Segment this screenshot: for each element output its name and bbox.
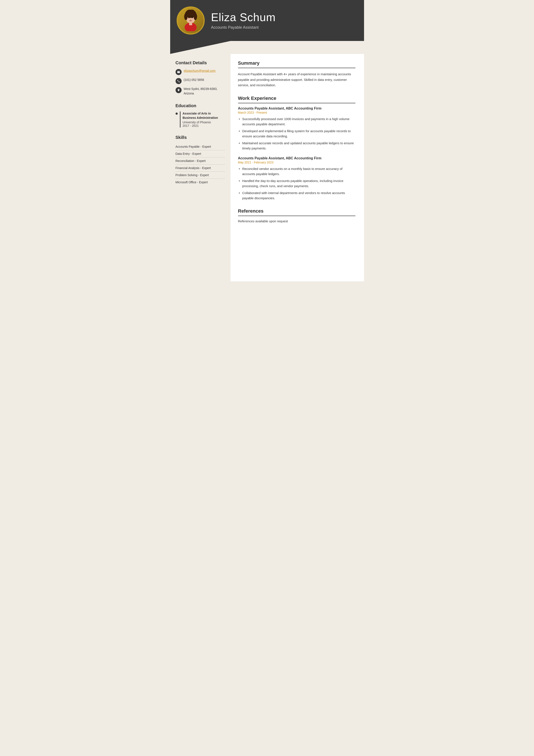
references-title: References [238, 208, 355, 216]
main-panel: Summary Account Payable Assistant with 4… [231, 54, 364, 282]
skill-item: Accounts Payable - Expert [176, 143, 225, 150]
svg-point-8 [192, 17, 193, 18]
edu-school: University of Phoenix [183, 121, 225, 124]
references-text: References available upon request [238, 219, 355, 223]
job-title: Accounts Payable Assistant, ABC Accounti… [238, 156, 355, 160]
skill-item: Reconciliation - Expert [176, 157, 225, 165]
candidate-name: Eliza Schum [211, 11, 276, 23]
location-icon [176, 87, 182, 93]
svg-point-4 [194, 13, 197, 20]
resume-container: Eliza Schum Accounts Payable Assistant C… [170, 0, 364, 282]
jobs-list: Accounts Payable Assistant, ABC Accounti… [238, 107, 355, 201]
svg-point-9 [190, 19, 191, 20]
svg-point-7 [188, 17, 190, 18]
phone-icon [176, 78, 182, 84]
job-bullet: Maintained accurate records and updated … [238, 141, 355, 151]
sidebar: Contact Details elizaschum@gmail.com [170, 54, 231, 282]
svg-point-10 [189, 20, 192, 21]
email-icon [176, 69, 182, 75]
job-item: Accounts Payable Assistant, ABC Accounti… [238, 107, 355, 151]
header-text: Eliza Schum Accounts Payable Assistant [211, 11, 276, 30]
job-bullet: Reconciled vendor accounts on a monthly … [238, 166, 355, 176]
education-section-title: Education [176, 103, 225, 108]
work-experience-section: Work Experience Accounts Payable Assista… [238, 95, 355, 201]
job-date: March 2023 - Present [238, 111, 355, 114]
avatar [177, 7, 205, 35]
references-section: References References available upon req… [238, 208, 355, 223]
email-contact: elizaschum@gmail.com [176, 68, 225, 75]
skills-section: Skills Accounts Payable - ExpertData Ent… [176, 135, 225, 186]
job-bullets: Reconciled vendor accounts on a monthly … [238, 166, 355, 201]
job-bullet: Handled the day-to-day accounts payable … [238, 178, 355, 189]
svg-point-3 [184, 13, 188, 20]
skill-item: Microsoft Office - Expert [176, 179, 225, 186]
skill-item: Problem Solving - Expert [176, 172, 225, 179]
phone-contact: (101) 052 5856 [176, 78, 225, 84]
email-value[interactable]: elizaschum@gmail.com [184, 68, 216, 73]
education-section: Education Associate of Arts in Business … [176, 103, 225, 127]
job-bullet: Developed and implemented a filing syste… [238, 128, 355, 139]
skill-item: Financial Analysis - Expert [176, 165, 225, 172]
main-content: Contact Details elizaschum@gmail.com [170, 54, 364, 282]
edu-details: Associate of Arts in Business Administra… [180, 112, 225, 127]
work-experience-title: Work Experience [238, 95, 355, 103]
edu-years: 2017 - 2021 [183, 124, 225, 127]
skills-section-title: Skills [176, 135, 225, 140]
phone-value: (101) 052 5856 [184, 78, 204, 82]
job-title: Accounts Payable Assistant, ABC Accounti… [238, 107, 355, 110]
candidate-title: Accounts Payable Assistant [211, 25, 276, 30]
job-bullet: Successfully processed over 1000 invoice… [238, 117, 355, 127]
contact-section: Contact Details elizaschum@gmail.com [176, 60, 225, 96]
contact-section-title: Contact Details [176, 60, 225, 65]
education-item: Associate of Arts in Business Administra… [176, 112, 225, 127]
header: Eliza Schum Accounts Payable Assistant [170, 0, 364, 41]
summary-text: Account Payable Assistant with 4+ years … [238, 71, 355, 88]
summary-title: Summary [238, 60, 355, 68]
skills-list: Accounts Payable - ExpertData Entry - Ex… [176, 143, 225, 186]
skill-item: Data Entry - Expert [176, 150, 225, 157]
job-bullets: Successfully processed over 1000 invoice… [238, 117, 355, 151]
summary-section: Summary Account Payable Assistant with 4… [238, 60, 355, 88]
svg-rect-6 [189, 22, 192, 25]
chevron-decoration [170, 41, 364, 54]
address-value: West Sydni, 89239-8383, Arizona [184, 87, 217, 96]
edu-bullet [176, 113, 178, 115]
job-bullet: Collaborated with internal departments a… [238, 190, 355, 201]
edu-degree: Associate of Arts in Business Administra… [183, 112, 225, 120]
address-contact: West Sydni, 89239-8383, Arizona [176, 87, 225, 96]
job-item: Accounts Payable Assistant, ABC Accounti… [238, 156, 355, 201]
job-date: May 2021 - February 2023 [238, 161, 355, 164]
